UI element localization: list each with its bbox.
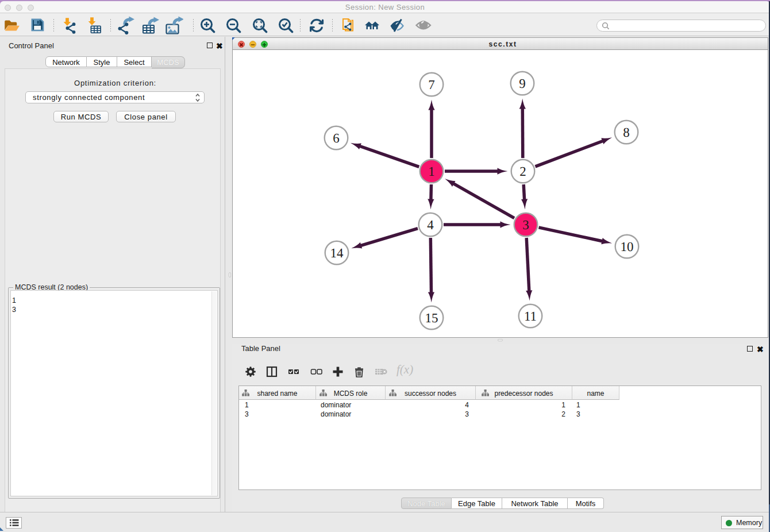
svg-text:14: 14 bbox=[330, 246, 344, 260]
svg-text:15: 15 bbox=[425, 311, 438, 325]
svg-text:6: 6 bbox=[333, 131, 340, 145]
svg-text:8: 8 bbox=[623, 125, 630, 140]
svg-text:3: 3 bbox=[522, 218, 529, 232]
svg-text:4: 4 bbox=[427, 218, 434, 232]
svg-text:1: 1 bbox=[428, 164, 435, 179]
svg-text:11: 11 bbox=[524, 309, 537, 323]
svg-text:2: 2 bbox=[519, 164, 526, 179]
svg-text:9: 9 bbox=[519, 76, 526, 91]
svg-text:7: 7 bbox=[428, 78, 435, 92]
svg-text:10: 10 bbox=[621, 240, 634, 254]
